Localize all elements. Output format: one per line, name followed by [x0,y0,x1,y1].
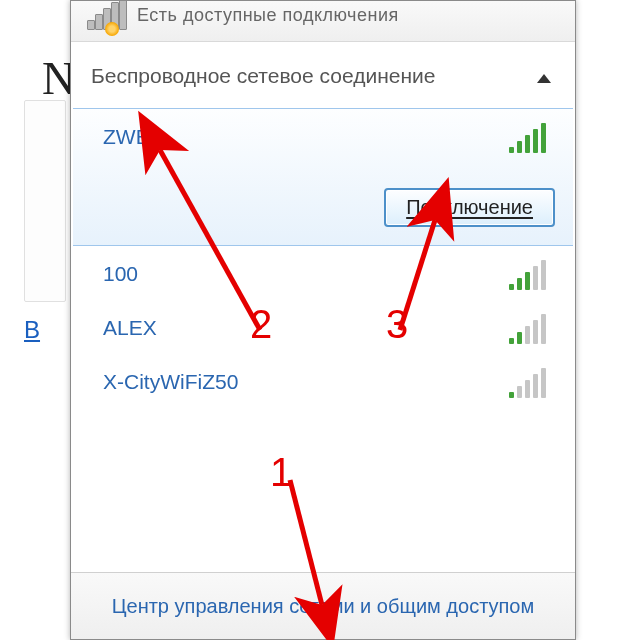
wireless-section-label: Беспроводное сетевое соединение [91,64,435,87]
footer: Центр управления сетями и общим доступом [71,572,575,639]
signal-icon [509,316,549,344]
network-name: ALEX [103,316,157,340]
network-list: ZWER Подключение 100 ALEX X-CityWiFi [71,108,575,408]
network-tray-icon [87,2,121,30]
top-status-label: Есть доступные подключения [137,5,399,26]
signal-icon [509,125,549,153]
signal-icon [509,262,549,290]
network-name: X-CityWiFiZ50 [103,370,238,394]
network-flyout: Есть доступные подключения Беспроводное … [70,0,576,640]
network-item-zwer[interactable]: ZWER Подключение [73,108,573,246]
top-status-strip: Есть доступные подключения [71,1,575,42]
network-item-100[interactable]: 100 [73,246,573,300]
network-center-link[interactable]: Центр управления сетями и общим доступом [112,595,535,618]
network-name: ZWER [103,125,165,149]
background-link-letter: В [24,316,40,344]
signal-icon [509,370,549,398]
connect-button[interactable]: Подключение [384,188,555,227]
chevron-up-icon [537,74,551,83]
background-box [24,100,66,302]
network-item-alex[interactable]: ALEX [73,300,573,354]
network-item-xcity[interactable]: X-CityWiFiZ50 [73,354,573,408]
network-name: 100 [103,262,138,286]
wireless-section-header[interactable]: Беспроводное сетевое соединение [71,42,575,108]
